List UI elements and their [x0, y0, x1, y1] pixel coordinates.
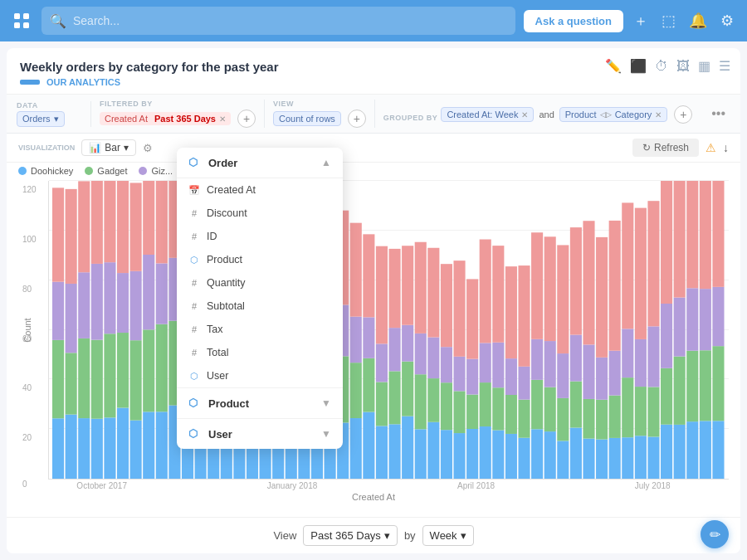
- ask-question-button[interactable]: Ask a question: [524, 10, 623, 32]
- view-chip[interactable]: Count of rows: [273, 111, 341, 126]
- period-chevron: ▾: [384, 529, 390, 542]
- share-icon[interactable]: ⬛: [630, 58, 647, 74]
- field-total[interactable]: # Total: [177, 341, 343, 364]
- viz-settings-icon[interactable]: ⚙: [143, 142, 153, 154]
- refresh-icon: ↻: [642, 142, 651, 153]
- and-text: and: [539, 110, 554, 119]
- user-expand-icon: ▼: [321, 428, 331, 440]
- field-product[interactable]: ⬡ Product: [177, 248, 343, 271]
- add-view-btn[interactable]: +: [348, 110, 366, 128]
- filter-remove-btn[interactable]: ✕: [219, 114, 226, 124]
- filter-chip[interactable]: Created At Past 365 Days ✕: [100, 112, 231, 125]
- link-icon: ⬡: [188, 254, 200, 265]
- x-label-jul: July 2018: [635, 481, 671, 490]
- product-section-header[interactable]: ⬡ Product ▼: [177, 387, 343, 418]
- svg-rect-6: [52, 282, 64, 340]
- legend-gadget: Gadget: [85, 166, 127, 176]
- svg-rect-208: [712, 421, 724, 479]
- hash-icon-4: #: [188, 300, 200, 312]
- svg-rect-189: [647, 387, 659, 436]
- bookmark-icon[interactable]: ⬚: [658, 8, 679, 33]
- svg-rect-133: [466, 395, 478, 429]
- svg-rect-179: [609, 221, 621, 351]
- svg-rect-114: [402, 325, 413, 362]
- add-group-btn[interactable]: +: [674, 105, 692, 124]
- bell-icon[interactable]: 🔔: [686, 8, 710, 33]
- field-created-at[interactable]: 📅 Created At: [177, 178, 343, 202]
- svg-rect-138: [480, 343, 491, 382]
- field-id[interactable]: # ID: [177, 225, 343, 248]
- svg-rect-9: [66, 353, 77, 414]
- field-id-label: ID: [207, 231, 217, 242]
- svg-rect-28: [130, 421, 142, 479]
- grouped-week-chip[interactable]: Created At: Week ✕: [441, 107, 534, 122]
- svg-rect-188: [647, 436, 659, 479]
- refresh-button[interactable]: ↻ Refresh: [632, 139, 699, 157]
- svg-rect-39: [156, 181, 168, 263]
- svg-rect-210: [712, 287, 724, 346]
- week-remove-btn[interactable]: ✕: [521, 110, 528, 119]
- field-subtotal[interactable]: # Subtotal: [177, 295, 343, 318]
- svg-rect-136: [480, 426, 491, 479]
- chip-chevron: ▾: [54, 114, 59, 124]
- svg-rect-190: [647, 326, 659, 387]
- field-discount[interactable]: # Discount: [177, 202, 343, 225]
- svg-rect-11: [66, 189, 77, 284]
- svg-rect-135: [466, 279, 478, 358]
- edit-icon[interactable]: ✏️: [605, 58, 622, 74]
- svg-rect-175: [596, 237, 608, 358]
- product-remove-btn[interactable]: ✕: [655, 110, 662, 119]
- menu-icon[interactable]: ☰: [719, 58, 730, 74]
- order-section-header[interactable]: ⬡ Order ▲: [177, 148, 343, 178]
- field-quantity[interactable]: # Quantity: [177, 271, 343, 295]
- svg-rect-30: [130, 271, 142, 340]
- svg-rect-206: [700, 289, 711, 350]
- settings-icon[interactable]: ⚙: [717, 8, 737, 33]
- svg-rect-137: [480, 382, 491, 426]
- y-tick-20: 20: [22, 433, 32, 442]
- action-fab[interactable]: ✏: [701, 520, 729, 548]
- user-section-header[interactable]: ⬡ User ▼: [177, 418, 343, 449]
- svg-rect-17: [91, 340, 103, 419]
- svg-rect-2: [14, 22, 20, 28]
- download-icon[interactable]: ↓: [723, 141, 729, 154]
- field-total-label: Total: [207, 347, 228, 358]
- svg-rect-25: [117, 333, 129, 407]
- gadget-label: Gadget: [97, 166, 127, 176]
- svg-rect-4: [52, 418, 64, 479]
- app-logo[interactable]: [10, 9, 33, 32]
- filter-value: Created At Past 365 Days ✕ +: [100, 110, 256, 128]
- period-selector[interactable]: Past 365 Days ▾: [303, 525, 398, 546]
- field-picker-dropdown: ⬡ Order ▲ 📅 Created At # Discount # ID ⬡…: [177, 148, 343, 449]
- orders-chip[interactable]: Orders ▾: [17, 111, 65, 127]
- grouped-product-chip[interactable]: Product ◁▷ Category ✕: [559, 107, 668, 122]
- svg-rect-119: [415, 242, 427, 334]
- add-icon[interactable]: ＋: [630, 7, 652, 34]
- field-user[interactable]: ⬡ User: [177, 364, 343, 387]
- svg-rect-139: [480, 240, 491, 343]
- viz-type-selector[interactable]: 📊 Bar ▾: [81, 139, 136, 156]
- add-filter-btn[interactable]: +: [237, 110, 256, 128]
- calendar-icon: 📅: [188, 184, 200, 196]
- svg-rect-12: [78, 418, 90, 479]
- more-options-btn[interactable]: •••: [706, 105, 730, 123]
- history-icon[interactable]: ⏱: [655, 59, 668, 74]
- svg-rect-106: [376, 343, 388, 382]
- legend-doohickey: Doohickey: [18, 166, 73, 176]
- svg-rect-207: [700, 181, 711, 289]
- svg-rect-201: [686, 351, 698, 421]
- viz-chevron: ▾: [124, 142, 129, 153]
- field-tax[interactable]: # Tax: [177, 318, 343, 341]
- search-bar[interactable]: 🔍: [42, 7, 515, 35]
- svg-rect-211: [712, 181, 724, 287]
- interval-selector[interactable]: Week ▾: [422, 525, 474, 546]
- svg-rect-38: [156, 263, 168, 324]
- giz-label: Giz...: [151, 166, 173, 176]
- x-axis-labels: October 2017 January 2018 April 2018 Jul…: [7, 481, 740, 490]
- svg-rect-101: [363, 358, 374, 412]
- image-icon[interactable]: 🖼: [676, 59, 690, 74]
- svg-rect-126: [441, 347, 452, 382]
- svg-rect-159: [544, 236, 556, 341]
- search-input[interactable]: [73, 14, 507, 27]
- grid-icon[interactable]: ▦: [698, 58, 710, 74]
